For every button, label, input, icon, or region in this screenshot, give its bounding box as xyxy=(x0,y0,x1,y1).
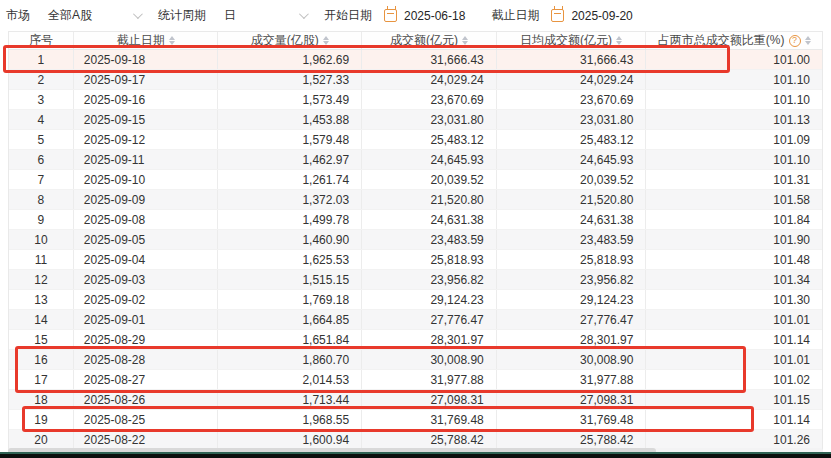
cell-daily-avg: 23,956.82 xyxy=(497,270,647,289)
chevron-down-icon xyxy=(133,9,143,19)
table-body: 12025-09-181,962.6931,666.4331,666.43101… xyxy=(9,50,822,450)
cell-date: 2025-09-12 xyxy=(74,130,219,149)
column-header-label: 成交量(亿股) xyxy=(251,32,319,49)
period-label: 统计周期 xyxy=(158,7,206,24)
cell-amount: 23,670.69 xyxy=(362,90,497,109)
chevron-down-icon xyxy=(299,9,309,19)
column-header-volume[interactable]: 成交量(亿股) xyxy=(218,32,362,49)
cell-ratio: 101.26 xyxy=(646,430,822,449)
cell-seq: 13 xyxy=(9,290,74,309)
cell-daily-avg: 25,483.12 xyxy=(497,130,647,149)
table-row: 132025-09-021,769.1829,124.2329,124.2310… xyxy=(9,290,822,310)
market-select-value: 全部A股 xyxy=(48,7,92,24)
cell-ratio: 101.09 xyxy=(646,130,822,149)
help-icon[interactable]: ? xyxy=(789,35,801,47)
column-header-date[interactable]: 截止日期 xyxy=(74,32,219,49)
column-header-daily-avg[interactable]: 日均成交额(亿元) xyxy=(497,32,647,49)
start-date-picker[interactable]: 2025-06-18 xyxy=(384,9,465,23)
cell-daily-avg: 31,666.43 xyxy=(497,50,647,69)
cell-ratio: 101.84 xyxy=(646,210,822,229)
column-header-label: 序号 xyxy=(29,32,53,49)
table-header-row: 序号截止日期成交量(亿股)成交额(亿元)日均成交额(亿元)占两市总成交额比重(%… xyxy=(9,32,822,50)
cell-volume: 1,462.97 xyxy=(218,150,362,169)
cell-amount: 28,301.97 xyxy=(362,330,497,349)
cell-date: 2025-08-28 xyxy=(74,350,219,369)
table-row: 32025-09-161,573.4923,670.6923,670.69101… xyxy=(9,90,822,110)
start-date-label: 开始日期 xyxy=(324,7,372,24)
cell-seq: 19 xyxy=(9,410,74,429)
cell-volume: 1,453.88 xyxy=(218,110,362,129)
cell-ratio: 101.14 xyxy=(646,330,822,349)
cell-ratio: 101.30 xyxy=(646,290,822,309)
sort-icon[interactable] xyxy=(169,36,175,45)
cell-ratio: 101.48 xyxy=(646,250,822,269)
cell-volume: 1,579.48 xyxy=(218,130,362,149)
cell-daily-avg: 27,776.47 xyxy=(497,310,647,329)
cell-ratio: 101.15 xyxy=(646,390,822,409)
cell-date: 2025-09-01 xyxy=(74,310,219,329)
cell-volume: 1,625.53 xyxy=(218,250,362,269)
cell-date: 2025-08-25 xyxy=(74,410,219,429)
cell-volume: 1,499.78 xyxy=(218,210,362,229)
cell-date: 2025-09-09 xyxy=(74,190,219,209)
sort-icon[interactable] xyxy=(616,36,622,45)
cell-seq: 6 xyxy=(9,150,74,169)
cell-seq: 20 xyxy=(9,430,74,449)
cell-daily-avg: 23,031.80 xyxy=(497,110,647,129)
cell-daily-avg: 24,645.93 xyxy=(497,150,647,169)
cell-volume: 1,962.69 xyxy=(218,50,362,69)
column-header-ratio[interactable]: 占两市总成交额比重(%)? xyxy=(646,32,822,49)
cell-amount: 20,039.52 xyxy=(362,170,497,189)
sort-icon[interactable] xyxy=(323,36,329,45)
table-row: 202025-08-221,600.9425,788.4225,788.4210… xyxy=(9,430,822,450)
cell-daily-avg: 21,520.80 xyxy=(497,190,647,209)
period-select[interactable]: 日 xyxy=(218,4,314,28)
start-date-value: 2025-06-18 xyxy=(404,9,465,23)
cell-date: 2025-08-29 xyxy=(74,330,219,349)
cell-daily-avg: 23,483.59 xyxy=(497,230,647,249)
cell-amount: 23,956.82 xyxy=(362,270,497,289)
cell-daily-avg: 24,631.38 xyxy=(497,210,647,229)
cell-seq: 1 xyxy=(9,50,74,69)
window-bottom-edge xyxy=(0,452,831,458)
table-row: 112025-09-041,625.5325,818.9325,818.9310… xyxy=(9,250,822,270)
cell-volume: 1,600.94 xyxy=(218,430,362,449)
cell-daily-avg: 31,769.48 xyxy=(497,410,647,429)
sort-icon[interactable] xyxy=(462,36,468,45)
calendar-icon xyxy=(384,9,397,22)
cell-volume: 1,664.85 xyxy=(218,310,362,329)
cell-amount: 25,818.93 xyxy=(362,250,497,269)
table-row: 142025-09-011,664.8527,776.4727,776.4710… xyxy=(9,310,822,330)
cell-ratio: 101.90 xyxy=(646,230,822,249)
cell-date: 2025-09-08 xyxy=(74,210,219,229)
cell-ratio: 101.10 xyxy=(646,90,822,109)
cell-seq: 10 xyxy=(9,230,74,249)
sort-icon[interactable] xyxy=(805,36,811,45)
cell-amount: 27,098.31 xyxy=(362,390,497,409)
cell-date: 2025-09-16 xyxy=(74,90,219,109)
cell-date: 2025-09-11 xyxy=(74,150,219,169)
cell-ratio: 101.01 xyxy=(646,310,822,329)
cell-date: 2025-09-02 xyxy=(74,290,219,309)
table-row: 152025-08-291,651.8428,301.9728,301.9710… xyxy=(9,330,822,350)
end-date-picker[interactable]: 2025-09-20 xyxy=(551,9,632,23)
table-row: 172025-08-272,014.5331,977.8831,977.8810… xyxy=(9,370,822,390)
table-row: 92025-09-081,499.7824,631.3824,631.38101… xyxy=(9,210,822,230)
column-header-label: 占两市总成交额比重(%) xyxy=(658,32,785,49)
end-date-value: 2025-09-20 xyxy=(571,9,632,23)
cell-date: 2025-09-04 xyxy=(74,250,219,269)
cell-date: 2025-08-22 xyxy=(74,430,219,449)
cell-volume: 1,515.15 xyxy=(218,270,362,289)
cell-daily-avg: 27,098.31 xyxy=(497,390,647,409)
cell-ratio: 101.34 xyxy=(646,270,822,289)
cell-amount: 23,031.80 xyxy=(362,110,497,129)
cell-daily-avg: 25,788.42 xyxy=(497,430,647,449)
table-row: 22025-09-171,527.3324,029.2424,029.24101… xyxy=(9,70,822,90)
market-select[interactable]: 全部A股 xyxy=(42,4,148,28)
cell-seq: 17 xyxy=(9,370,74,389)
column-header-amount[interactable]: 成交额(亿元) xyxy=(362,32,497,49)
cell-amount: 27,776.47 xyxy=(362,310,497,329)
cell-volume: 1,769.18 xyxy=(218,290,362,309)
cell-date: 2025-09-03 xyxy=(74,270,219,289)
cell-seq: 18 xyxy=(9,390,74,409)
